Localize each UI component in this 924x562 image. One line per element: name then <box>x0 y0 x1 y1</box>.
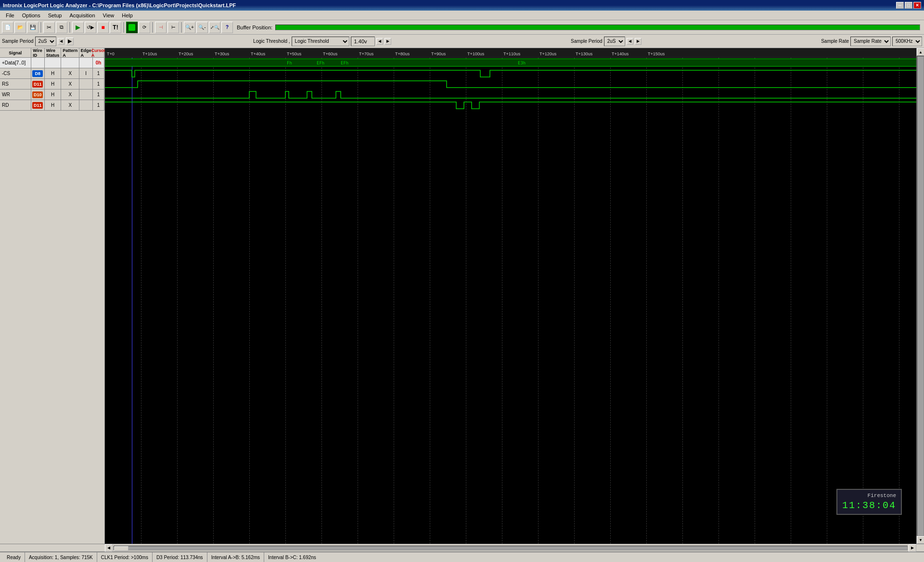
sample-period-label-left: Sample Period <box>2 38 34 44</box>
sample-period-label-mid: Sample Period <box>571 38 603 44</box>
zoom-in-button[interactable]: 🔍+ <box>184 22 195 33</box>
svg-text:EFh: EFh <box>317 61 324 65</box>
signal-panel: Signal WireID WireStatus PatternA EdgeA … <box>0 48 105 544</box>
loop-button[interactable]: ⟳ <box>139 22 150 33</box>
toolbar-sep-5 <box>181 22 182 33</box>
cursor-a-button[interactable]: ⊣ <box>155 22 167 33</box>
waveform-area[interactable]: T+0 T+10us T+20us T+30us T+40us T+50us T… <box>105 48 916 544</box>
v-scroll-track[interactable] <box>917 56 924 536</box>
menu-acquisition[interactable]: Acquisition <box>65 12 99 19</box>
col-cursora: CursorA <box>93 48 104 57</box>
waveform-rows-container[interactable]: Fh EFh EFh E3h <box>105 58 916 544</box>
time-t60: T+60us <box>323 51 337 56</box>
svg-text:E3h: E3h <box>518 61 526 65</box>
signal-row-cs: -CS D8 H X I 1 <box>0 68 104 79</box>
signal-ws-rd: H <box>45 100 62 110</box>
signal-name-rs[interactable]: RS <box>0 79 31 89</box>
sample-rate-label: Sample Rate <box>821 38 849 44</box>
mid-scroll-right[interactable]: ▶ <box>635 38 642 45</box>
menu-options[interactable]: Options <box>18 12 44 19</box>
logic-threshold-label: Logic Threshold , <box>253 38 290 44</box>
timeline: T+0 T+10us T+20us T+30us T+40us T+50us T… <box>105 48 916 58</box>
stop-button[interactable]: ■ <box>97 22 109 33</box>
toolbar-sep-3 <box>123 22 124 33</box>
mid-scroll-left[interactable]: ◀ <box>627 38 633 45</box>
signal-pa-cs: X <box>61 68 79 78</box>
svg-rect-0 <box>105 59 916 66</box>
scroll-left[interactable]: ◀ <box>58 38 64 45</box>
run-button[interactable]: ▶ <box>72 22 84 33</box>
signal-name-rd[interactable]: RD <box>0 100 31 110</box>
col-wirestatus: WireStatus <box>45 48 62 57</box>
status-clk1: CLK1 Period: >100ms <box>97 552 153 562</box>
horizontal-scrollbar[interactable]: ◀ ▶ <box>0 544 924 551</box>
help-button[interactable]: ? <box>221 22 233 33</box>
time-t40: T+40us <box>251 51 265 56</box>
sample-rate-select[interactable]: Sample Rate <box>850 37 891 46</box>
menu-view[interactable]: View <box>99 12 118 19</box>
new-button[interactable]: 📄 <box>2 22 13 33</box>
h-scroll-thumb[interactable] <box>114 546 128 551</box>
scroll-right[interactable]: ▶ <box>66 38 74 45</box>
svg-text:EFh: EFh <box>341 61 348 65</box>
h-scroll-track[interactable] <box>114 546 908 550</box>
signal-name-wr[interactable]: WR <box>0 89 31 100</box>
time-t100: T+100us <box>467 51 484 56</box>
zoom-out-button[interactable]: 🔍- <box>196 22 208 33</box>
status-d3: D3 Period: 113.734ns <box>153 552 207 562</box>
status-bar: Ready Acquisition: 1, Samples: 715K CLK1… <box>0 551 924 562</box>
text-button[interactable]: T! <box>110 22 121 33</box>
sample-period-select-mid[interactable]: 2uS <box>604 37 625 46</box>
menu-bar: File Options Setup Acquisition View Help <box>0 11 924 20</box>
time-t120: T+120us <box>539 51 556 56</box>
main-area: Signal WireID WireStatus PatternA EdgeA … <box>0 48 924 551</box>
h-scroll-right[interactable]: ▶ <box>909 544 916 552</box>
cursor-b-button[interactable]: ⊢ <box>167 22 179 33</box>
col-patterna: PatternA <box>61 48 79 57</box>
menu-file[interactable]: File <box>2 12 18 19</box>
copy-button[interactable]: ⧉ <box>56 22 67 33</box>
logic-threshold-group: Logic Threshold , Logic Threshold 1.40v … <box>253 37 391 46</box>
title-text: Intronix LogicPort Logic Analyzer - C:\P… <box>3 2 236 8</box>
buffer-bar-container <box>275 25 920 30</box>
signal-name-data[interactable]: +Data[7..0] <box>0 58 31 68</box>
time-t150: T+150us <box>648 51 665 56</box>
time-t70: T+70us <box>359 51 373 56</box>
close-button[interactable]: ✕ <box>913 2 921 9</box>
signal-wireid-rs: D11 <box>31 79 45 89</box>
cut-button[interactable]: ✂ <box>43 22 55 33</box>
maximize-button[interactable]: □ <box>905 2 912 9</box>
save-button[interactable]: 💾 <box>27 22 38 33</box>
sample-rate-value-select[interactable]: 500KHz 1MHz 2MHz <box>892 37 922 46</box>
signal-pa-rs: X <box>61 79 79 89</box>
signal-ea-rd <box>79 100 93 110</box>
status-acquisition: Acquisition: 1, Samples: 715K <box>25 552 97 562</box>
sample-period-select-left[interactable]: 2uS 1uS 5uS <box>35 37 56 46</box>
sample-period-group-left: Sample Period 2uS 1uS 5uS ◀ ▶ <box>2 37 74 46</box>
open-button[interactable]: 📂 <box>14 22 26 33</box>
threshold-scroll-left[interactable]: ◀ <box>376 38 383 45</box>
signal-wireid-wr: D10 <box>31 89 45 100</box>
h-scroll-left[interactable]: ◀ <box>105 544 113 552</box>
menu-setup[interactable]: Setup <box>44 12 66 19</box>
logic-threshold-select[interactable]: Logic Threshold <box>292 37 349 46</box>
minimize-button[interactable]: ─ <box>896 2 904 9</box>
menu-help[interactable]: Help <box>118 12 137 19</box>
v-scroll-up[interactable]: ▲ <box>917 48 924 56</box>
threshold-scroll-right[interactable]: ▶ <box>385 38 391 45</box>
toolbar-sep-4 <box>152 22 153 33</box>
signal-pa-rd: X <box>61 100 79 110</box>
buffer-label: Buffer Position: <box>237 25 272 30</box>
signal-ws-rs: H <box>45 79 62 89</box>
signal-wireid-rd: D11 <box>31 100 45 110</box>
signal-name-cs[interactable]: -CS <box>0 68 31 78</box>
zoom-fit-button[interactable]: ⤢🔍 <box>209 22 220 33</box>
signal-ca-cs: 1 <box>93 68 104 78</box>
v-scroll-down[interactable]: ▼ <box>917 536 924 544</box>
run-single-button[interactable]: ↺▶ <box>85 22 96 33</box>
threshold-value: 1.40v <box>351 37 375 46</box>
signal-ea-wr <box>79 89 93 100</box>
sample-rate-group: Sample Rate Sample Rate 500KHz 1MHz 2MHz <box>821 37 922 46</box>
vertical-scrollbar[interactable]: ▲ ▼ <box>916 48 924 544</box>
green-dot-button[interactable] <box>126 22 138 33</box>
